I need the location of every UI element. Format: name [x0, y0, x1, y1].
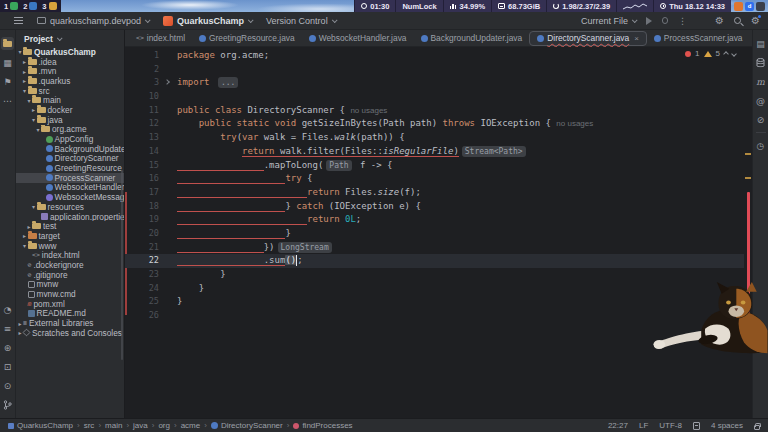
project-panel-header[interactable]: Project	[16, 30, 124, 47]
code-line-16[interactable]: 16 try {	[125, 172, 744, 186]
unlock-icon[interactable]	[754, 425, 760, 430]
database-icon[interactable]	[754, 56, 767, 69]
tray-dark-icon[interactable]	[756, 2, 765, 11]
terminal-icon[interactable]: ⊡	[1, 360, 14, 373]
tree-item-dockerignore[interactable]: ⊘.dockerignore	[16, 260, 124, 270]
line-separator[interactable]: LF	[639, 421, 648, 430]
tab-index-html[interactable]: <>index.html	[129, 30, 192, 47]
inspections-widget[interactable]: 1 5	[685, 49, 736, 58]
workspace-1[interactable]: 1	[4, 2, 18, 11]
tab-directoryscanner-java[interactable]: DirectoryScanner.java×	[529, 31, 647, 46]
tree-item-www[interactable]: ▾www	[16, 241, 124, 251]
fold-arrow-icon[interactable]	[164, 80, 170, 86]
tray-blue-icon[interactable]: d	[745, 2, 754, 11]
tree-item-idea[interactable]: ▸.idea	[16, 57, 124, 67]
host-selector[interactable]: quarkuschamp.devpod	[37, 16, 149, 26]
vcs-widget[interactable]: Version Control	[266, 16, 336, 26]
tab-websockethandler-java[interactable]: WebsocketHandler.java	[302, 30, 414, 47]
bookmarks-icon[interactable]: ⚑	[1, 75, 14, 88]
endpoints-icon[interactable]: @	[754, 94, 767, 107]
workspace-2[interactable]: 2	[23, 2, 37, 11]
tree-item-org-acme[interactable]: ▾org.acme	[16, 125, 124, 135]
file-type-icon[interactable]	[693, 422, 700, 430]
commit-icon[interactable]: ▦	[1, 56, 14, 69]
tab-processscanner-java[interactable]: ProcessScanner.java	[647, 30, 750, 47]
code-line-21[interactable]: 21 })LongStream	[125, 241, 744, 255]
code-editor[interactable]: 1package org.acme;23import ...1011public…	[125, 47, 752, 418]
tree-item-websockethandler[interactable]: WebsocketHandler	[16, 183, 124, 193]
indentation[interactable]: 4 spaces	[711, 421, 743, 430]
tab-backgroundupdater-java[interactable]: BackgroundUpdater.java	[414, 30, 530, 47]
tree-item-gitignore[interactable]: ⊘.gitignore	[16, 270, 124, 280]
clock-icon[interactable]: ◷	[754, 139, 767, 152]
search-everywhere-button[interactable]	[734, 17, 741, 24]
tree-item-directoryscanner[interactable]: DirectoryScanner	[16, 154, 124, 164]
prev-problem-button[interactable]	[723, 51, 729, 57]
tab-close-icon[interactable]: ×	[634, 34, 639, 43]
code-line-19[interactable]: 19 return 0L;	[125, 213, 744, 227]
system-tray[interactable]: d	[731, 0, 768, 12]
tree-item-test[interactable]: ▸test	[16, 221, 124, 231]
tab-greetingresource-java[interactable]: GreetingResource.java	[192, 30, 302, 47]
project-icon[interactable]	[1, 37, 14, 50]
tree-item-quarkuschamp[interactable]: ▾QuarkusChamp	[16, 47, 124, 57]
breadcrumb-directoryscanner[interactable]: DirectoryScanner	[211, 421, 283, 430]
code-line-12[interactable]: 12 public static void getSizeInBytes(Pat…	[125, 117, 744, 131]
code-line-1[interactable]: 1package org.acme;	[125, 49, 744, 63]
breadcrumb-main[interactable]: main	[105, 421, 122, 430]
tree-item-quarkus[interactable]: ▸.quarkus	[16, 76, 124, 86]
settings-sync-icon[interactable]: ⚙	[715, 16, 724, 26]
encoding[interactable]: UTF-8	[659, 421, 682, 430]
breadcrumb-src[interactable]: src	[84, 421, 95, 430]
run-button[interactable]	[646, 17, 652, 25]
more-actions-button[interactable]: ⋮	[678, 16, 687, 26]
tree-item-external-libraries[interactable]: ▸≣External Libraries	[16, 318, 124, 328]
breadcrumb-quarkuschamp[interactable]: QuarkusChamp	[8, 421, 73, 430]
tray-orange-icon[interactable]	[734, 2, 743, 11]
code-line-2[interactable]: 2	[125, 63, 744, 77]
code-line-18[interactable]: 18 } catch (IOException e) {	[125, 200, 744, 214]
tree-item-target[interactable]: ▸target	[16, 231, 124, 241]
settings-gear-icon[interactable]: ⚙	[751, 16, 760, 26]
tree-item-application-properties[interactable]: application.properties	[16, 212, 124, 222]
run-configuration-selector[interactable]: Current File	[581, 16, 636, 26]
tree-item-pom-xml[interactable]: mpom.xml	[16, 299, 124, 309]
tree-item-greetingresource[interactable]: GreetingResource	[16, 163, 124, 173]
tree-item-src[interactable]: ▾src	[16, 86, 124, 96]
problems-icon[interactable]: ⊙	[1, 379, 14, 392]
no-entry-icon[interactable]: ⊘	[754, 113, 767, 126]
breadcrumb-findprocesses[interactable]: findProcesses	[293, 421, 352, 430]
code-line-23[interactable]: 23 }	[125, 268, 744, 282]
tree-item-appconfig[interactable]: AppConfig	[16, 134, 124, 144]
code-line-17[interactable]: 17 return Files.size(f);	[125, 186, 744, 200]
more-icon[interactable]: ⋯	[1, 94, 14, 107]
code-line-13[interactable]: 13 try(var walk = Files.walk(path)) {	[125, 131, 744, 145]
debug-button[interactable]	[662, 17, 668, 24]
code-line-10[interactable]: 10	[125, 90, 744, 104]
next-problem-button[interactable]	[731, 51, 737, 57]
tree-item-java[interactable]: ▾java	[16, 115, 124, 125]
project-selector[interactable]: QuarkusChamp	[163, 16, 252, 26]
tree-item-processscanner[interactable]: ProcessScanner	[16, 173, 124, 183]
project-scrollbar[interactable]	[121, 170, 123, 360]
main-menu-button[interactable]	[14, 17, 23, 24]
tree-item-docker[interactable]: ▸docker	[16, 105, 124, 115]
structure-icon[interactable]: ≡	[1, 322, 14, 335]
tree-item-readme-md[interactable]: README.md	[16, 309, 124, 319]
workspace-switcher[interactable]: 123	[0, 0, 61, 12]
tree-item-mvnw[interactable]: mvnw	[16, 280, 124, 290]
breadcrumb-java[interactable]: java	[133, 421, 148, 430]
profiler-icon[interactable]: ◔	[1, 303, 14, 316]
tree-item-mvn[interactable]: ▸.mvn	[16, 66, 124, 76]
breadcrumb-acme[interactable]: acme	[181, 421, 201, 430]
notifications-icon[interactable]: ▤	[754, 37, 767, 50]
tree-item-resources[interactable]: ▾resources	[16, 202, 124, 212]
tree-item-index-html[interactable]: <>index.html	[16, 250, 124, 260]
code-line-14[interactable]: 14 return walk.filter(Files::isRegularFi…	[125, 145, 744, 159]
workspace-3[interactable]: 3	[42, 2, 56, 11]
code-line-22[interactable]: 22 .sum();	[125, 254, 744, 268]
tree-item-mvnw-cmd[interactable]: mvnw.cmd	[16, 289, 124, 299]
maven-icon[interactable]: m	[754, 75, 767, 88]
tree-item-backgroundupdater[interactable]: BackgroundUpdater	[16, 144, 124, 154]
code-line-11[interactable]: 11public class DirectoryScanner { no usa…	[125, 104, 744, 118]
